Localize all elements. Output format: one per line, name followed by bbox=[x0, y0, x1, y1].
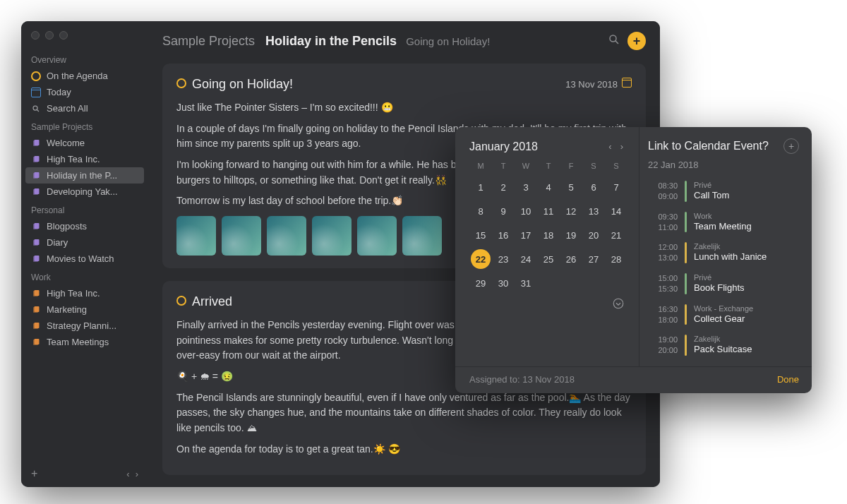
project-icon bbox=[31, 171, 41, 181]
calendar-day[interactable]: 17 bbox=[515, 225, 537, 245]
sidebar-item-label: Today bbox=[47, 87, 71, 97]
image-thumbnail[interactable] bbox=[267, 216, 306, 256]
calendar-day[interactable]: 28 bbox=[605, 249, 627, 269]
event-item[interactable]: 09:3011:00WorkTeam Meeting bbox=[648, 208, 799, 239]
close-icon[interactable] bbox=[31, 31, 40, 40]
sidebar-overview-item[interactable]: Today bbox=[21, 84, 148, 100]
sidebar-project-item[interactable]: Developing Yak... bbox=[21, 184, 148, 200]
sidebar-project-item[interactable]: Diary bbox=[21, 234, 148, 251]
note-date[interactable]: 13 Nov 2018 bbox=[565, 78, 632, 92]
sidebar-overview-item[interactable]: On the Agenda bbox=[21, 68, 148, 84]
agenda-indicator-icon bbox=[176, 75, 186, 95]
project-icon bbox=[31, 321, 41, 331]
calendar-day[interactable]: 10 bbox=[515, 201, 537, 221]
calendar-day[interactable]: 23 bbox=[492, 249, 515, 269]
calendar-day[interactable]: 24 bbox=[515, 249, 537, 269]
svg-point-26 bbox=[613, 299, 623, 308]
event-times: 15:0015:30 bbox=[648, 273, 678, 294]
calendar-expand-icon[interactable] bbox=[469, 293, 627, 313]
svg-rect-19 bbox=[35, 306, 40, 312]
calendar-day[interactable]: 13 bbox=[582, 201, 605, 221]
sidebar-overview-item[interactable]: Search All bbox=[21, 100, 148, 116]
calendar-day[interactable]: 12 bbox=[560, 201, 582, 221]
calendar-day[interactable]: 19 bbox=[560, 225, 582, 245]
calendar-prev-icon[interactable]: ‹ bbox=[604, 138, 615, 155]
add-project-icon[interactable]: + bbox=[31, 467, 37, 480]
sidebar-project-item[interactable]: Strategy Planni... bbox=[21, 318, 148, 334]
svg-rect-9 bbox=[35, 188, 40, 194]
search-icon[interactable] bbox=[608, 33, 620, 49]
sidebar-project-item[interactable]: Marketing bbox=[21, 301, 148, 318]
add-note-button[interactable]: + bbox=[627, 32, 646, 50]
calendar-dow: S bbox=[582, 162, 605, 173]
calendar-day[interactable]: 8 bbox=[469, 201, 492, 221]
sidebar-project-item[interactable]: Movies to Watch bbox=[21, 251, 148, 267]
sidebar-item-label: Movies to Watch bbox=[47, 253, 114, 264]
svg-rect-13 bbox=[35, 239, 40, 245]
svg-rect-3 bbox=[35, 140, 40, 145]
breadcrumb-project[interactable]: Sample Projects bbox=[162, 34, 255, 48]
breadcrumb-note[interactable]: Holiday in the Pencils bbox=[265, 34, 397, 48]
image-thumbnail[interactable] bbox=[402, 216, 442, 256]
calendar-day[interactable]: 31 bbox=[515, 273, 537, 293]
sidebar-item-label: High Tea Inc. bbox=[47, 154, 100, 164]
sidebar-item-label: Welcome bbox=[47, 138, 85, 148]
calendar-day[interactable]: 27 bbox=[582, 249, 605, 269]
note-title: Going on Holiday! bbox=[176, 75, 293, 95]
calendar-day[interactable]: 6 bbox=[582, 177, 605, 197]
image-thumbnail[interactable] bbox=[357, 216, 397, 256]
calendar-day[interactable]: 30 bbox=[492, 273, 515, 293]
sidebar-project-item[interactable]: Welcome bbox=[21, 135, 148, 151]
image-thumbnail[interactable] bbox=[222, 216, 261, 256]
image-thumbnail[interactable] bbox=[176, 216, 216, 256]
calendar-grid: MTWTFSS123456789101112131415161718192021… bbox=[469, 162, 627, 293]
note-paragraph: Just like The Pointer Sisters – I'm so e… bbox=[176, 100, 632, 116]
event-item[interactable]: 15:0015:30PrivéBook Flights bbox=[648, 270, 799, 301]
add-event-button[interactable]: + bbox=[783, 138, 799, 154]
event-item[interactable]: 08:3009:00PrivéCall Tom bbox=[648, 177, 799, 208]
calendar-day[interactable]: 9 bbox=[492, 201, 515, 221]
event-color-bar bbox=[685, 242, 687, 263]
calendar-day[interactable]: 26 bbox=[560, 249, 582, 269]
calendar-day[interactable]: 3 bbox=[515, 177, 537, 197]
event-item[interactable]: 12:0013:00ZakelijkLunch with Janice bbox=[648, 239, 799, 270]
event-name: Team Meeting bbox=[694, 221, 752, 232]
nav-back-icon[interactable]: ‹ bbox=[126, 469, 129, 479]
calendar-day[interactable]: 4 bbox=[537, 177, 560, 197]
calendar-day[interactable]: 15 bbox=[469, 225, 492, 245]
sidebar-project-item[interactable]: High Tea Inc. bbox=[21, 285, 148, 301]
calendar-next-icon[interactable]: › bbox=[616, 138, 627, 155]
zoom-icon[interactable] bbox=[59, 31, 68, 40]
note-paragraph: On the agenda for today is to get a grea… bbox=[176, 442, 632, 457]
image-thumbnail[interactable] bbox=[312, 216, 352, 256]
svg-rect-5 bbox=[35, 156, 40, 162]
calendar-day[interactable]: 5 bbox=[560, 177, 582, 197]
event-item[interactable]: 19:0020:00ZakelijkPack Suitcase bbox=[648, 331, 799, 362]
svg-rect-17 bbox=[35, 290, 40, 296]
calendar-day[interactable]: 22 bbox=[471, 249, 491, 269]
calendar-day[interactable]: 7 bbox=[605, 177, 627, 197]
calendar-day[interactable]: 16 bbox=[492, 225, 515, 245]
sidebar-project-item[interactable]: High Tea Inc. bbox=[21, 151, 148, 167]
done-button[interactable]: Done bbox=[777, 374, 799, 385]
svg-line-1 bbox=[37, 109, 39, 112]
today-icon bbox=[31, 88, 41, 97]
window-controls[interactable] bbox=[31, 31, 68, 40]
calendar-day[interactable]: 20 bbox=[582, 225, 605, 245]
calendar-day[interactable]: 29 bbox=[469, 273, 492, 293]
calendar-day[interactable]: 25 bbox=[537, 249, 560, 269]
nav-forward-icon[interactable]: › bbox=[136, 469, 138, 479]
calendar-icon[interactable] bbox=[622, 78, 632, 92]
minimize-icon[interactable] bbox=[45, 31, 54, 40]
sidebar-project-item[interactable]: Blogposts bbox=[21, 218, 148, 234]
sidebar-project-item[interactable]: Holiday in the P... bbox=[25, 167, 144, 184]
event-color-bar bbox=[685, 212, 687, 233]
calendar-day[interactable]: 11 bbox=[537, 201, 560, 221]
sidebar-project-item[interactable]: Team Meetings bbox=[21, 334, 148, 350]
calendar-day[interactable]: 14 bbox=[605, 201, 627, 221]
calendar-day[interactable]: 21 bbox=[605, 225, 627, 245]
calendar-day[interactable]: 2 bbox=[492, 177, 515, 197]
calendar-day[interactable]: 1 bbox=[469, 177, 492, 197]
event-item[interactable]: 16:3018:00Work - ExchangeCollect Gear bbox=[648, 301, 799, 332]
calendar-day[interactable]: 18 bbox=[537, 225, 560, 245]
